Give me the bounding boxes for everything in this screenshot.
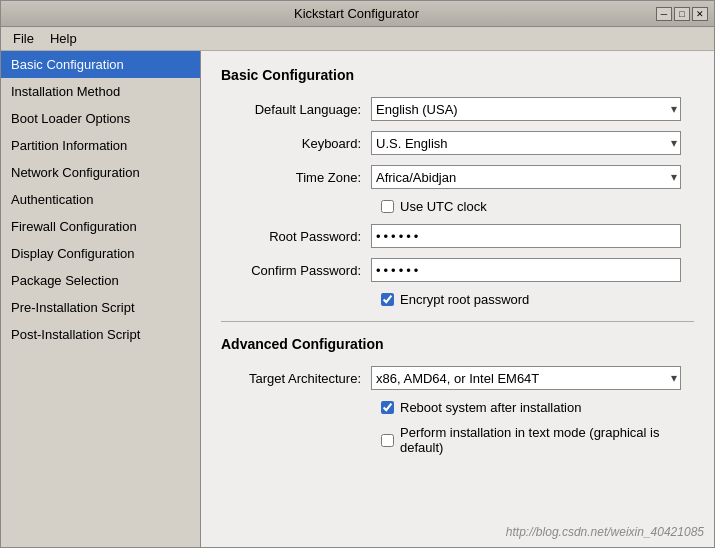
sidebar-item-installation-method[interactable]: Installation Method (1, 78, 200, 105)
reboot-label: Reboot system after installation (400, 400, 581, 415)
watermark-text: http://blog.csdn.net/weixin_40421085 (506, 525, 704, 539)
timezone-label: Time Zone: (221, 170, 371, 185)
timezone-row: Time Zone: Africa/Abidjan America/New_Yo… (221, 165, 694, 189)
basic-config-title: Basic Configuration (221, 67, 694, 83)
sidebar-item-display-config[interactable]: Display Configuration (1, 240, 200, 267)
root-password-input[interactable] (371, 224, 681, 248)
target-arch-row: Target Architecture: x86, AMD64, or Inte… (221, 366, 694, 390)
reboot-checkbox[interactable] (381, 401, 394, 414)
menubar: File Help (1, 27, 714, 51)
keyboard-label: Keyboard: (221, 136, 371, 151)
sidebar-item-post-install[interactable]: Post-Installation Script (1, 321, 200, 348)
window-title: Kickstart Configurator (57, 6, 656, 21)
utc-clock-label: Use UTC clock (400, 199, 487, 214)
main-window: Kickstart Configurator ─ □ ✕ File Help B… (0, 0, 715, 548)
utc-clock-checkbox[interactable] (381, 200, 394, 213)
text-mode-checkbox[interactable] (381, 434, 394, 447)
sidebar-item-pre-install[interactable]: Pre-Installation Script (1, 294, 200, 321)
sidebar-item-boot-loader[interactable]: Boot Loader Options (1, 105, 200, 132)
title-bar: Kickstart Configurator ─ □ ✕ (1, 1, 714, 27)
main-panel: Basic Configuration Default Language: En… (201, 51, 714, 547)
timezone-select[interactable]: Africa/Abidjan America/New_York Europe/L… (371, 165, 681, 189)
confirm-password-label: Confirm Password: (221, 263, 371, 278)
timezone-select-wrapper: Africa/Abidjan America/New_York Europe/L… (371, 165, 681, 189)
content-area: Basic Configuration Installation Method … (1, 51, 714, 547)
text-mode-label: Perform installation in text mode (graph… (400, 425, 694, 455)
default-language-select-wrapper: English (USA) French German Spanish (371, 97, 681, 121)
sidebar-item-firewall-config[interactable]: Firewall Configuration (1, 213, 200, 240)
menu-file[interactable]: File (5, 29, 42, 48)
sidebar: Basic Configuration Installation Method … (1, 51, 201, 547)
encrypt-password-row: Encrypt root password (221, 292, 694, 307)
advanced-config-title: Advanced Configuration (221, 336, 694, 352)
reboot-row: Reboot system after installation (221, 400, 694, 415)
window-controls: ─ □ ✕ (656, 7, 708, 21)
default-language-label: Default Language: (221, 102, 371, 117)
sidebar-item-package-selection[interactable]: Package Selection (1, 267, 200, 294)
close-button[interactable]: ✕ (692, 7, 708, 21)
sidebar-item-network-config[interactable]: Network Configuration (1, 159, 200, 186)
text-mode-row: Perform installation in text mode (graph… (221, 425, 694, 455)
target-arch-select[interactable]: x86, AMD64, or Intel EM64T x86 AMD64 ARM (371, 366, 681, 390)
sidebar-item-authentication[interactable]: Authentication (1, 186, 200, 213)
keyboard-row: Keyboard: U.S. English French German (221, 131, 694, 155)
confirm-password-input[interactable] (371, 258, 681, 282)
encrypt-password-checkbox[interactable] (381, 293, 394, 306)
maximize-button[interactable]: □ (674, 7, 690, 21)
section-divider (221, 321, 694, 322)
keyboard-select-wrapper: U.S. English French German (371, 131, 681, 155)
minimize-button[interactable]: ─ (656, 7, 672, 21)
sidebar-item-partition-info[interactable]: Partition Information (1, 132, 200, 159)
root-password-label: Root Password: (221, 229, 371, 244)
default-language-select[interactable]: English (USA) French German Spanish (371, 97, 681, 121)
target-arch-label: Target Architecture: (221, 371, 371, 386)
confirm-password-row: Confirm Password: (221, 258, 694, 282)
root-password-row: Root Password: (221, 224, 694, 248)
keyboard-select[interactable]: U.S. English French German (371, 131, 681, 155)
default-language-row: Default Language: English (USA) French G… (221, 97, 694, 121)
sidebar-item-basic-config[interactable]: Basic Configuration (1, 51, 200, 78)
utc-clock-row: Use UTC clock (221, 199, 694, 214)
encrypt-password-label: Encrypt root password (400, 292, 529, 307)
menu-help[interactable]: Help (42, 29, 85, 48)
target-arch-select-wrapper: x86, AMD64, or Intel EM64T x86 AMD64 ARM (371, 366, 681, 390)
